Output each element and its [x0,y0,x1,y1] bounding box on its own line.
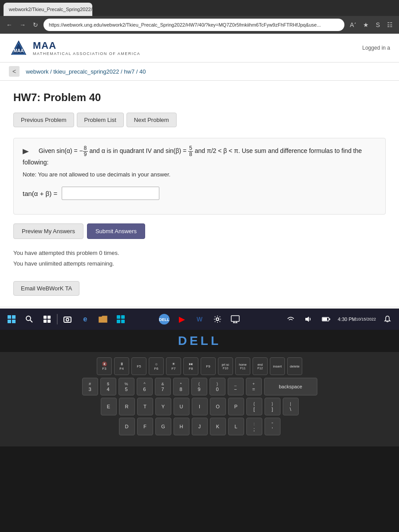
key-o[interactable]: O [210,398,226,415]
key-h[interactable]: H [174,418,190,435]
next-problem-button[interactable]: Next Problem [126,113,177,127]
key-equals[interactable]: += [246,378,262,395]
back-button[interactable]: ← [4,20,14,30]
key-brightness-down[interactable]: ☼F6 [149,357,164,375]
search-button[interactable] [21,311,37,327]
back-nav-button[interactable]: < [9,66,20,77]
network-icon[interactable] [283,311,299,327]
key-8[interactable]: *8 [173,378,189,395]
key-r[interactable]: R [119,398,135,415]
tab-label: webwork2/Tkieu_Precalc_Spring2022/HW7/40 [9,7,92,12]
display-button[interactable] [227,311,243,327]
key-6[interactable]: ^6 [137,378,153,395]
key-i[interactable]: I [192,398,208,415]
problem-text: Given sin(α) = −89 and α is in quadrant … [23,145,376,168]
key-minus[interactable]: _− [228,378,244,395]
key-y[interactable]: Y [155,398,171,415]
key-brightness-up[interactable]: ☀F7 [166,357,181,375]
email-webwork-ta-button[interactable]: Email WeBWorK TA [13,281,79,296]
svg-rect-12 [47,320,51,323]
edge-button[interactable]: e [77,311,93,327]
key-k[interactable]: K [210,418,226,435]
key-5[interactable]: %5 [119,378,134,395]
key-e[interactable]: E [101,398,117,415]
svg-rect-5 [8,320,11,323]
active-tab[interactable]: webwork2/Tkieu_Precalc_Spring2022/HW7/40 [4,3,92,16]
refresh-button[interactable]: ↻ [31,20,40,30]
url-bar[interactable]: https://webwork.ung.edu/webwork2/Tkieu_P… [43,19,344,31]
key-quote[interactable]: "' [265,418,280,435]
key-f12-end[interactable]: endF12 [253,357,268,375]
key-g[interactable]: G [155,418,171,435]
grid-button[interactable]: ☷ [385,20,395,30]
key-l[interactable]: L [228,418,244,435]
key-insert[interactable]: insert [270,357,285,375]
preview-answers-button[interactable]: Preview My Answers [13,223,83,239]
dell-brand-text: DELL [178,334,221,348]
key-f8[interactable]: ⏭F8 [183,357,198,375]
key-vol-down[interactable]: 🔇F3 [97,357,112,375]
key-f[interactable]: F [137,418,153,435]
maa-subtitle: MATHEMATICAL ASSOCIATION OF AMERICA [33,51,140,56]
svg-point-21 [216,318,219,321]
problem-following: following: [23,159,48,166]
extensions-button[interactable]: Aʼ [348,20,357,30]
key-p[interactable]: P [228,398,244,415]
key-f11-home[interactable]: homeF11 [235,357,250,375]
key-9[interactable]: (9 [191,378,207,395]
qwerty-row-ep: E R T Y U I O P {[ }] |\ [7,398,392,415]
key-delete[interactable]: delete [287,357,302,375]
key-play-pause[interactable]: ⏸F4 [114,357,129,375]
svg-marker-26 [305,317,309,322]
answer-row: tan(α + β) = [23,187,376,200]
key-f5[interactable]: F5 [131,357,146,375]
youtube-button[interactable]: ▶ [174,311,190,327]
apps-button[interactable] [113,311,129,327]
attempts-info: You have attempted this problem 0 times.… [13,248,386,269]
key-lbracket[interactable]: {[ [246,398,262,415]
forward-button[interactable]: → [18,20,28,30]
key-0[interactable]: )0 [209,378,225,395]
answer-input[interactable] [62,187,159,200]
key-f10-prtsc[interactable]: prt scF10 [218,357,233,375]
taskbar-separator [57,314,58,325]
settings-button[interactable] [209,311,225,327]
key-backslash[interactable]: |\ [283,398,299,415]
files-button[interactable] [95,311,111,327]
problem-list-button[interactable]: Problem List [77,113,124,127]
key-t[interactable]: T [137,398,153,415]
start-button[interactable] [4,311,20,327]
maa-title: MAA [33,40,140,51]
key-7[interactable]: &7 [155,378,171,395]
number-key-row: #3 $4 %5 ^6 &7 *8 (9 )0 _− += backspace [7,378,392,395]
keyboard-area: 🔇F3 ⏸F4 F5 ☼F6 ☀F7 ⏭F8 F9 prt scF10 home… [0,352,399,446]
maa-header: MAA MAA MATHEMATICAL ASSOCIATION OF AMER… [0,34,399,63]
key-j[interactable]: J [192,418,208,435]
battery-icon[interactable] [318,311,334,327]
more-button[interactable]: S [374,20,382,30]
key-u[interactable]: U [174,398,190,415]
notifications-icon[interactable] [379,311,395,327]
key-f9[interactable]: F9 [201,357,216,375]
task-view-button[interactable] [39,311,55,327]
key-4[interactable]: $4 [100,378,116,395]
key-rbracket[interactable]: }] [265,398,280,415]
key-3[interactable]: #3 [82,378,98,395]
key-semicolon[interactable]: :; [246,418,262,435]
key-backspace[interactable]: backspace [264,378,317,395]
key-d[interactable]: D [119,418,135,435]
svg-rect-22 [231,316,239,321]
taskbar-center-area: DELL ▶ W [156,311,243,327]
maa-logo-icon: MAA [9,38,28,58]
taskbar: e DELL ▶ W 4:30 PM 10/15/2022 [0,309,399,330]
camera-button[interactable] [59,311,75,327]
volume-icon[interactable] [300,311,316,327]
favorites-button[interactable]: ★ [361,20,371,30]
attempts-line1: You have attempted this problem 0 times. [13,248,386,258]
submit-answers-button[interactable]: Submit Answers [87,223,145,239]
svg-rect-28 [323,318,327,321]
svg-rect-13 [64,317,71,322]
previous-problem-button[interactable]: Previous Problem [13,113,74,127]
word-button[interactable]: W [192,311,208,327]
problem-title: HW7: Problem 40 [13,91,386,104]
